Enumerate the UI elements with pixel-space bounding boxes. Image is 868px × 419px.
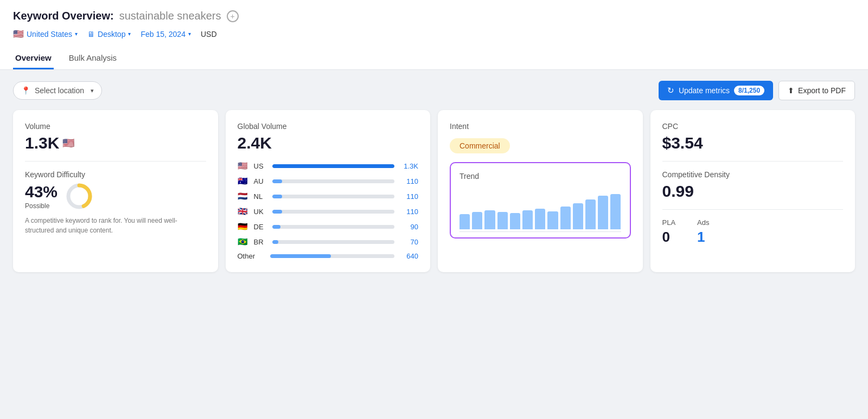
nl-value: 110 <box>399 192 418 201</box>
country-row-uk: 🇬🇧 UK 110 <box>238 207 419 216</box>
us-flag: 🇺🇸 <box>238 161 250 171</box>
uk-value: 110 <box>399 208 418 216</box>
other-bar-container <box>270 254 395 258</box>
nl-bar-fill <box>272 195 282 198</box>
toolbar-right: ↻ Update metrics 8/1,250 ⬆ Export to PDF <box>659 81 855 100</box>
country-row-br: 🇧🇷 BR 70 <box>238 237 419 247</box>
uk-code: UK <box>254 208 268 216</box>
trend-baseline <box>459 231 621 232</box>
kd-value: 43% <box>25 183 58 201</box>
br-flag: 🇧🇷 <box>238 237 250 247</box>
tab-overview[interactable]: Overview <box>13 48 54 69</box>
tabs-row: Overview Bulk Analysis <box>13 48 855 69</box>
country-row-au: 🇦🇺 AU 110 <box>238 176 419 186</box>
cpc-label: CPC <box>662 122 844 131</box>
export-icon: ⬆ <box>788 86 794 95</box>
trend-bar-6 <box>522 210 533 229</box>
au-flag: 🇦🇺 <box>238 176 250 186</box>
trend-bar-9 <box>560 207 571 229</box>
trend-bar-11 <box>585 199 596 229</box>
page-title-keyword: Keyword Overview: <box>13 10 114 22</box>
uk-bar-container <box>272 210 395 214</box>
cpc-card: CPC $3.54 Competitive Density 0.99 PLA 0… <box>650 110 856 272</box>
ads-value: 1 <box>697 229 709 246</box>
header: Keyword Overview: sustainable sneakers +… <box>0 0 868 70</box>
trend-label: Trend <box>459 172 621 181</box>
location-chevron-icon: ▾ <box>75 31 78 37</box>
date-filter[interactable]: Feb 15, 2024 ▾ <box>141 30 191 38</box>
trend-bar-3 <box>484 210 495 229</box>
cpc-divider <box>662 161 844 162</box>
location-filter-label: United States <box>27 30 72 38</box>
monitor-icon: 🖥 <box>87 30 95 38</box>
uk-bar-fill <box>272 210 282 214</box>
comp-divider <box>662 209 844 210</box>
trend-bar-13 <box>610 194 621 229</box>
location-select-chevron: ▾ <box>91 87 94 94</box>
difficulty-row: 43% Possible <box>25 182 206 210</box>
location-filter[interactable]: 🇺🇸 United States ▾ <box>13 29 78 39</box>
br-value: 70 <box>399 238 418 246</box>
filter-row: 🇺🇸 United States ▾ 🖥 Desktop ▾ Feb 15, 2… <box>13 29 855 39</box>
volume-value: 1.3K 🇺🇸 <box>25 134 206 152</box>
country-row-nl: 🇳🇱 NL 110 <box>238 191 419 201</box>
kd-possible-label: Possible <box>25 202 58 210</box>
de-bar-container <box>272 225 395 229</box>
device-chevron-icon: ▾ <box>128 31 131 37</box>
update-counter-badge: 8/1,250 <box>734 86 764 95</box>
trend-bar-4 <box>497 212 508 229</box>
comp-density-value: 0.99 <box>662 182 844 201</box>
au-bar-container <box>272 179 395 183</box>
nl-bar-container <box>272 195 395 198</box>
trend-bar-10 <box>573 203 583 229</box>
pla-item: PLA 0 <box>662 218 676 246</box>
tab-bulk-analysis[interactable]: Bulk Analysis <box>67 48 119 69</box>
currency-label: USD <box>201 30 217 38</box>
volume-flag: 🇺🇸 <box>62 137 74 149</box>
br-code: BR <box>254 238 268 246</box>
page-title-query: sustainable sneakers <box>119 10 221 22</box>
de-flag: 🇩🇪 <box>238 222 250 231</box>
trend-bar-7 <box>535 209 545 229</box>
us-bar-container <box>272 164 395 168</box>
pla-label: PLA <box>662 218 676 227</box>
trend-card: Trend <box>450 162 631 238</box>
trend-chart <box>459 186 621 229</box>
add-keyword-button[interactable]: + <box>227 10 239 22</box>
trend-bar-2 <box>472 212 482 229</box>
de-bar-fill <box>272 225 281 229</box>
pla-ads-row: PLA 0 Ads 1 <box>662 218 844 246</box>
intent-badge: Commercial <box>450 138 510 153</box>
nl-code: NL <box>254 192 268 201</box>
location-select-label: Select location <box>35 86 84 95</box>
trend-bar-12 <box>598 196 608 229</box>
us-flag-icon: 🇺🇸 <box>13 29 24 39</box>
location-select-button[interactable]: 📍 Select location ▾ <box>13 81 102 100</box>
nl-flag: 🇳🇱 <box>238 191 250 201</box>
update-metrics-button[interactable]: ↻ Update metrics 8/1,250 <box>659 81 773 100</box>
export-pdf-button[interactable]: ⬆ Export to PDF <box>778 81 855 100</box>
volume-card: Volume 1.3K 🇺🇸 Keyword Difficulty 43% Po… <box>13 110 218 272</box>
trend-bar-5 <box>510 213 520 229</box>
uk-flag: 🇬🇧 <box>238 207 250 216</box>
kd-label: Keyword Difficulty <box>25 170 206 179</box>
global-volume-card: Global Volume 2.4K 🇺🇸 US 1.3K 🇦🇺 AU 110 <box>226 110 431 272</box>
us-value: 1.3K <box>399 162 418 170</box>
volume-divider <box>25 161 206 162</box>
volume-label: Volume <box>25 122 206 131</box>
au-code: AU <box>254 177 268 185</box>
intent-label: Intent <box>450 122 631 131</box>
pla-value: 0 <box>662 229 676 246</box>
device-filter[interactable]: 🖥 Desktop ▾ <box>87 30 131 38</box>
au-value: 110 <box>399 177 418 185</box>
ads-item: Ads 1 <box>697 218 709 246</box>
ads-label: Ads <box>697 218 709 227</box>
country-row-de: 🇩🇪 DE 90 <box>238 222 419 231</box>
br-bar-fill <box>272 240 278 244</box>
device-filter-label: Desktop <box>98 30 125 38</box>
update-btn-label: Update metrics <box>679 86 730 95</box>
global-volume-value: 2.4K <box>238 134 419 152</box>
toolbar: 📍 Select location ▾ ↻ Update metrics 8/1… <box>13 81 855 100</box>
de-value: 90 <box>399 223 418 231</box>
date-chevron-icon: ▾ <box>188 31 191 37</box>
